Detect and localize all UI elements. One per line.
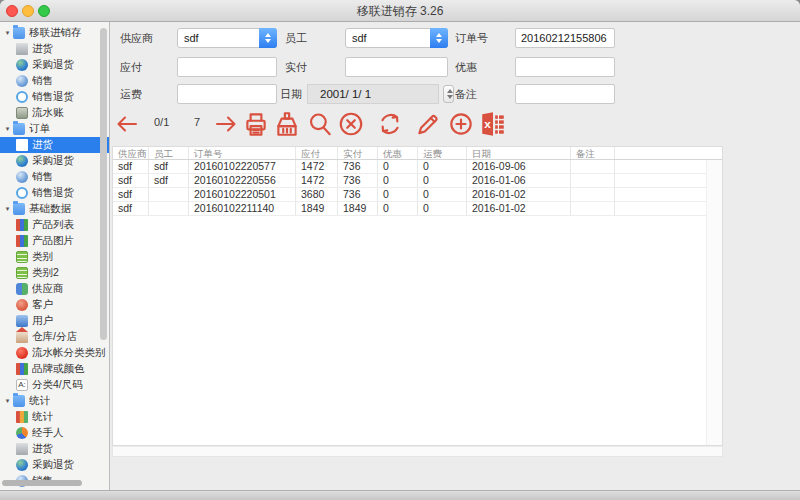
sidebar-item-供应商[interactable]: 供应商 xyxy=(0,281,109,297)
table-cell: 20160102220556 xyxy=(189,174,296,187)
table-cell xyxy=(615,160,707,173)
column-header-实付[interactable]: 实付 xyxy=(338,147,378,159)
main-panel: 供应商sdf员工sdf订单号20160212155806应付实付优惠运费日期20… xyxy=(110,22,800,490)
sidebar-horizontal-scrollbar[interactable] xyxy=(2,480,82,486)
supplier-select[interactable]: sdf xyxy=(177,28,277,48)
close-window-button[interactable] xyxy=(6,5,18,17)
column-header-员工[interactable]: 员工 xyxy=(149,147,189,159)
sidebar-item-经手人[interactable]: 经手人 xyxy=(0,425,109,441)
employee-select[interactable]: sdf xyxy=(345,28,448,48)
table-row[interactable]: sdf201601022205013680736002016-01-02 xyxy=(113,188,722,202)
sidebar-item-采购退货[interactable]: 采购退货 xyxy=(0,57,109,73)
date-stepper-field[interactable]: 2001/ 1/ 1 xyxy=(307,84,439,104)
sidebar-item-统计[interactable]: 统计 xyxy=(0,409,109,425)
sidebar-item-移联进销存[interactable]: ▾移联进销存 xyxy=(0,25,109,41)
column-header-日期[interactable]: 日期 xyxy=(467,147,571,159)
list-icon xyxy=(16,251,28,263)
column-header-运费[interactable]: 运费 xyxy=(418,147,467,159)
svg-text:x: x xyxy=(484,117,491,131)
clean-icon[interactable] xyxy=(272,108,302,140)
sidebar-item-label: 进货 xyxy=(32,138,53,152)
cart-icon xyxy=(16,443,28,455)
sidebar-vertical-scrollbar[interactable] xyxy=(100,28,107,340)
table-cell xyxy=(615,174,707,187)
disclosure-triangle-icon[interactable]: ▾ xyxy=(2,397,13,405)
sidebar-item-进货[interactable]: 进货 xyxy=(0,41,109,57)
folder-icon xyxy=(13,123,25,135)
table-row[interactable]: sdfsdf201601022205561472736002016-01-06 xyxy=(113,174,722,188)
table-vertical-scrollbar[interactable] xyxy=(706,160,722,445)
sidebar-item-label: 类别2 xyxy=(32,266,59,280)
window-title: 移联进销存 3.26 xyxy=(0,0,800,22)
sidebar-item-统计[interactable]: ▾统计 xyxy=(0,393,109,409)
table-row[interactable]: sdfsdf201601022205771472736002016-09-06 xyxy=(113,160,722,174)
sidebar-item-采购退货[interactable]: 采购退货 xyxy=(0,457,109,473)
column-header-优惠[interactable]: 优惠 xyxy=(378,147,418,159)
sidebar-item-进货[interactable]: 进货 xyxy=(0,137,109,153)
window-bottom-bar xyxy=(0,490,800,500)
sidebar-item-产品图片[interactable]: 产品图片 xyxy=(0,233,109,249)
refresh-icon[interactable] xyxy=(375,108,405,140)
sidebar-item-销售退货[interactable]: 销售退货 xyxy=(0,185,109,201)
back-arrow-icon[interactable] xyxy=(112,108,142,140)
column-header-应付[interactable]: 应付 xyxy=(296,147,338,159)
shipping-fee-input[interactable] xyxy=(177,84,277,104)
dropdown-arrows-icon[interactable] xyxy=(259,28,277,48)
print-icon[interactable] xyxy=(241,108,271,140)
sidebar-item-进货[interactable]: 进货 xyxy=(0,441,109,457)
sidebar-item-订单[interactable]: ▾订单 xyxy=(0,121,109,137)
table-cell: 0 xyxy=(418,160,467,173)
cancel-icon[interactable] xyxy=(336,108,366,140)
column-header-订单号[interactable]: 订单号 xyxy=(189,147,296,159)
column-header-备注[interactable]: 备注 xyxy=(571,147,615,159)
edit-icon[interactable] xyxy=(413,108,443,140)
sidebar-item-销售[interactable]: 销售 xyxy=(0,73,109,89)
minimize-window-button[interactable] xyxy=(22,5,34,17)
table-cell: 1849 xyxy=(338,202,378,215)
sidebar-item-label: 分类4/尺码 xyxy=(32,378,83,392)
sphere-icon xyxy=(16,171,28,183)
sidebar-item-品牌或颜色[interactable]: 品牌或颜色 xyxy=(0,361,109,377)
sidebar-item-流水账[interactable]: 流水账 xyxy=(0,105,109,121)
sidebar-item-客户[interactable]: 客户 xyxy=(0,297,109,313)
sidebar-item-采购退货[interactable]: 采购退货 xyxy=(0,153,109,169)
table-horizontal-scrollbar-track[interactable] xyxy=(112,447,723,457)
sidebar-item-分类4/尺码[interactable]: 分类4/尺码 xyxy=(0,377,109,393)
date-stepper-control[interactable] xyxy=(443,85,454,103)
disclosure-triangle-icon[interactable]: ▾ xyxy=(2,205,13,213)
sidebar-item-流水帐分类类别[interactable]: 流水帐分类类别 xyxy=(0,345,109,361)
sidebar-item-产品列表[interactable]: 产品列表 xyxy=(0,217,109,233)
sidebar-item-基础数据[interactable]: ▾基础数据 xyxy=(0,201,109,217)
sidebar-item-label: 客户 xyxy=(32,298,53,312)
table-header-row: 供应商员工订单号应付实付优惠运费日期备注 xyxy=(113,147,722,160)
sidebar-item-销售[interactable]: 销售 xyxy=(0,169,109,185)
column-header-extra[interactable] xyxy=(615,147,707,159)
disclosure-triangle-icon[interactable]: ▾ xyxy=(2,29,13,37)
sidebar-item-仓库/分店[interactable]: 仓库/分店 xyxy=(0,329,109,345)
remark-input[interactable] xyxy=(515,84,615,104)
stats-icon xyxy=(16,411,28,423)
search-icon[interactable] xyxy=(305,108,335,140)
table-cell xyxy=(571,202,615,215)
sidebar-item-销售退货[interactable]: 销售退货 xyxy=(0,89,109,105)
actual-paid-input[interactable] xyxy=(345,57,448,77)
forward-arrow-icon[interactable] xyxy=(211,108,241,140)
sidebar-item-类别2[interactable]: 类别2 xyxy=(0,265,109,281)
zoom-window-button[interactable] xyxy=(38,5,50,17)
disclosure-triangle-icon[interactable]: ▾ xyxy=(2,125,13,133)
sidebar-item-label: 用户 xyxy=(32,314,53,328)
column-header-供应商[interactable]: 供应商 xyxy=(113,147,149,159)
payable-input[interactable] xyxy=(177,57,277,77)
add-icon[interactable] xyxy=(446,108,476,140)
excel-export-icon[interactable]: x xyxy=(478,108,508,140)
dropdown-arrows-icon[interactable] xyxy=(430,28,448,48)
table-cell: 736 xyxy=(338,188,378,201)
titlebar[interactable]: 移联进销存 3.26 xyxy=(0,0,800,22)
order-number-input[interactable]: 20160212155806 xyxy=(515,28,615,48)
discount-input[interactable] xyxy=(515,57,615,77)
table-row[interactable]: sdf2016010221114018491849002016-01-02 xyxy=(113,202,722,216)
sidebar-item-类别[interactable]: 类别 xyxy=(0,249,109,265)
table-body: sdfsdf201601022205771472736002016-09-06s… xyxy=(113,160,722,216)
ledger-icon xyxy=(16,107,28,119)
field-label-员工: 员工 xyxy=(285,31,307,46)
